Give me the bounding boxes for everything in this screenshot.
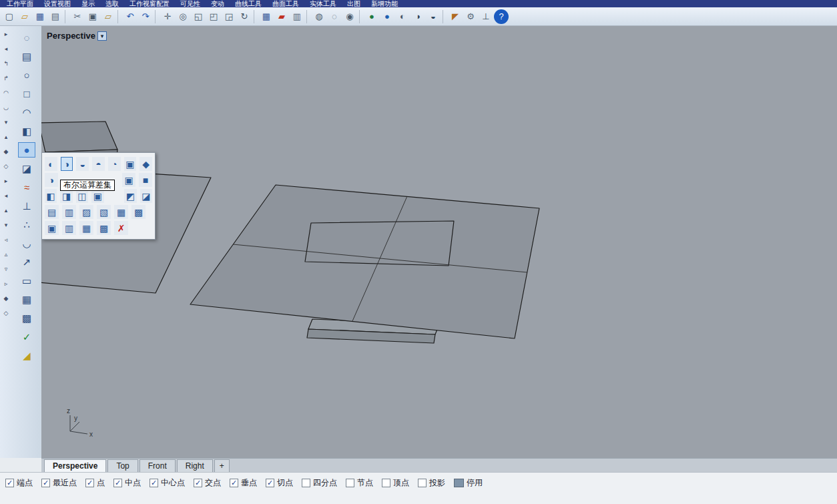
new-file-icon[interactable]: ▢ xyxy=(2,9,17,24)
mini-tool-icon[interactable]: ↰ xyxy=(1,59,11,67)
array-dots-icon[interactable]: ▦ xyxy=(79,221,93,235)
mini-tool-icon[interactable]: ▵ xyxy=(1,250,11,258)
osnap-toggle[interactable]: 投影 xyxy=(418,477,445,489)
pipe-tool-icon[interactable]: ▩ xyxy=(131,205,146,219)
back-box-top-face[interactable] xyxy=(41,121,117,152)
extrude-face-icon[interactable]: ◧ xyxy=(45,189,57,203)
array-grid-icon[interactable]: ▩ xyxy=(97,221,111,235)
menu-item[interactable]: 曲线工具 xyxy=(235,0,262,7)
osnap-checkbox[interactable]: ✓ xyxy=(5,479,14,487)
osnap-toggle[interactable]: 节点 xyxy=(346,477,373,489)
anchor-tool-icon[interactable]: ⊥ xyxy=(18,198,35,214)
osnap-toggle[interactable]: ✓交点 xyxy=(194,477,221,489)
osnap-checkbox[interactable]: ✓ xyxy=(41,479,50,487)
array-tool-icon[interactable]: ▦ xyxy=(18,292,35,307)
print-icon[interactable]: ▤ xyxy=(48,9,63,24)
move-tool-icon[interactable]: ↗ xyxy=(18,254,35,270)
osnap-checkbox[interactable] xyxy=(418,479,427,487)
osnap-checkbox[interactable] xyxy=(346,479,354,487)
solid-union-cube-icon[interactable]: ▣ xyxy=(45,221,59,235)
osnap-toggle[interactable]: ✓最近点 xyxy=(41,477,77,489)
osnap-toggle[interactable]: ✓垂点 xyxy=(230,477,257,489)
cplane-icon[interactable]: ⊥ xyxy=(479,9,493,24)
boolean-two-objects-icon[interactable]: ◔ xyxy=(108,157,121,171)
osnap-checkbox[interactable]: ✓ xyxy=(266,479,274,487)
solid-tool-icon[interactable]: ● xyxy=(18,142,35,158)
boolean-split-icon[interactable]: ◓ xyxy=(92,157,105,171)
menu-item[interactable]: 工作平面 xyxy=(7,0,33,7)
mini-tool-icon[interactable]: ▴ xyxy=(1,132,11,141)
osnap-checkbox[interactable] xyxy=(382,479,390,487)
mini-tool-icon[interactable]: ◇ xyxy=(1,308,11,317)
menu-item[interactable]: 变动 xyxy=(211,0,224,7)
xray-mode-icon[interactable]: ◑ xyxy=(410,9,425,24)
rotate-view-icon[interactable]: ↻ xyxy=(237,9,252,24)
viewport-tab-front[interactable]: Front xyxy=(140,459,176,472)
undo-icon[interactable]: ↶ xyxy=(123,9,137,24)
measure-icon[interactable]: ◤ xyxy=(448,9,463,24)
mini-tool-icon[interactable]: ◂ xyxy=(1,191,11,200)
check-tool-icon[interactable]: ✓ xyxy=(18,329,35,344)
menu-item[interactable]: 工作视窗配置 xyxy=(129,0,170,7)
wedge-icon[interactable]: ◆ xyxy=(140,157,152,171)
osnap-toggle[interactable]: ✓中心点 xyxy=(150,477,185,489)
move-face-icon[interactable]: ◫ xyxy=(76,189,88,203)
paste-icon[interactable]: ▱ xyxy=(101,9,115,24)
delete-tool-icon[interactable]: ◢ xyxy=(18,348,35,363)
add-viewport-tab[interactable]: + xyxy=(214,459,230,472)
menu-item[interactable]: 显示 xyxy=(81,0,95,7)
osnap-toggle[interactable]: 顶点 xyxy=(382,477,409,489)
extract-face-icon[interactable]: ◪ xyxy=(140,189,152,203)
mini-tool-icon[interactable]: ◇ xyxy=(1,162,11,170)
boolean-intersection-icon[interactable]: ◒ xyxy=(76,157,89,171)
render-mode-icon[interactable]: ● xyxy=(364,9,379,24)
mini-tool-icon[interactable]: ◃ xyxy=(1,235,11,244)
viewport-tab-perspective[interactable]: Perspective xyxy=(44,459,106,472)
menu-item[interactable]: 选取 xyxy=(105,0,119,7)
open-file-icon[interactable]: ▱ xyxy=(17,9,32,24)
points-cluster-tool-icon[interactable]: ∴ xyxy=(18,217,35,232)
point-tool-icon[interactable]: ◌ xyxy=(18,30,35,45)
perspective-viewport[interactable]: zyx Perspective ▾ ◐◑◒◓◔▣◆◑▣■◧◨◫▣◩◪▤▥▨▧▦▩… xyxy=(41,26,837,458)
osnap-toggle[interactable]: 四分点 xyxy=(302,477,337,489)
osnap-checkbox[interactable] xyxy=(302,479,310,487)
menu-item[interactable]: 出图 xyxy=(347,0,360,7)
rectangle-tool-icon[interactable]: □ xyxy=(18,86,35,101)
hide-object-icon[interactable]: ◌ xyxy=(327,9,342,24)
shaded-mode-icon[interactable]: ● xyxy=(380,9,394,24)
osnap-toggle[interactable]: ✓点 xyxy=(85,477,105,489)
mini-tool-icon[interactable]: ▸ xyxy=(1,29,11,38)
curve-edit-tool-icon[interactable]: ≈ xyxy=(18,180,35,195)
circle-tool-icon[interactable]: ○ xyxy=(18,67,35,83)
cap-planar-holes-icon[interactable]: ▣ xyxy=(124,157,137,171)
viewport-layout-icon[interactable]: ▦ xyxy=(259,9,274,24)
mini-tool-icon[interactable]: ▹ xyxy=(1,279,11,288)
boolean-difference-icon[interactable]: ◑ xyxy=(61,157,73,171)
osnap-checkbox[interactable]: ✓ xyxy=(85,479,94,487)
mini-tool-icon[interactable]: ▾ xyxy=(1,117,11,126)
mini-tool-icon[interactable]: ▴ xyxy=(1,206,11,214)
options-gear-icon[interactable]: ⚙ xyxy=(463,9,478,24)
pan-view-icon[interactable]: ✛ xyxy=(160,9,175,24)
save-icon[interactable]: ▦ xyxy=(33,9,47,24)
extrude-face-along-path-icon[interactable]: ◨ xyxy=(60,189,72,203)
osnap-checkbox[interactable]: ✓ xyxy=(194,479,202,487)
transform-tool-icon[interactable]: ▭ xyxy=(18,273,35,288)
menu-item[interactable]: 曲面工具 xyxy=(272,0,299,7)
twist-solid-icon[interactable]: ▨ xyxy=(79,205,93,219)
ghosted-mode-icon[interactable]: ◐ xyxy=(395,9,410,24)
mini-tool-icon[interactable]: ▸ xyxy=(1,176,11,185)
zoom-dynamic-icon[interactable]: ◎ xyxy=(176,9,190,24)
osnap-toggle[interactable]: ✓切点 xyxy=(266,477,293,489)
mini-tool-icon[interactable]: ▾ xyxy=(1,220,11,229)
plane-tool-icon[interactable]: ◪ xyxy=(18,161,35,176)
viewport-tab-right[interactable]: Right xyxy=(177,459,213,472)
mini-tool-icon[interactable]: ↱ xyxy=(1,73,11,82)
solid-diff-cube-icon[interactable]: ▥ xyxy=(62,221,76,235)
osnap-toggle[interactable]: ✓中点 xyxy=(113,477,141,489)
offset-solid-icon[interactable]: ▥ xyxy=(62,205,76,219)
scene-canvas[interactable]: zyx xyxy=(41,26,837,458)
chamfer-edge-icon[interactable]: ◩ xyxy=(124,189,136,203)
help-icon[interactable]: ? xyxy=(494,9,509,24)
curve-boolean-icon[interactable]: ◍ xyxy=(312,9,326,24)
